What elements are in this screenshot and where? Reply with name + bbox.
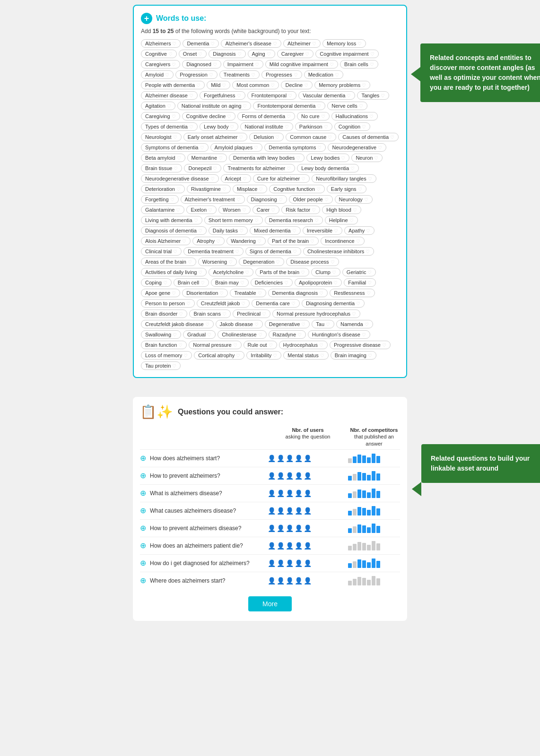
tag[interactable]: Dementia with lewy bodies ♡	[229, 154, 305, 162]
tag[interactable]: Parts of the brain ♡	[255, 268, 309, 276]
tag[interactable]: Dementia care ♡	[252, 299, 300, 308]
tag[interactable]: Razadyne ♡	[269, 330, 306, 339]
tag[interactable]: Lewy body dementia ♡	[297, 164, 359, 172]
tag[interactable]: Misplace ♡	[233, 185, 267, 193]
tag[interactable]: Hallucinations ♡	[331, 112, 378, 120]
tag[interactable]: Incontinence ♡	[321, 237, 364, 245]
tag[interactable]: National institute on aging ♡	[177, 102, 252, 110]
tag[interactable]: Forms of dementia ♡	[237, 112, 295, 120]
tag[interactable]: Aricept ♡	[221, 174, 251, 183]
tag[interactable]: Part of the brain ♡	[268, 237, 319, 245]
tag[interactable]: Cognitive impairment ♡	[315, 50, 378, 58]
tag[interactable]: Loss of memory ♡	[141, 351, 192, 360]
tag[interactable]: Forgetfulness ♡	[200, 91, 245, 100]
tag[interactable]: Restlessness ♡	[330, 289, 375, 297]
tag[interactable]: Brain cell ♡	[174, 278, 209, 287]
tag[interactable]: Amyloid ♡	[141, 70, 174, 79]
tag[interactable]: Alzheimer ♡	[283, 39, 321, 48]
tag[interactable]: Neurodegenerative ♡	[328, 143, 386, 152]
tag[interactable]: Activities of daily living ♡	[141, 268, 207, 276]
tag[interactable]: Neurodegenerative disease ♡	[141, 174, 219, 183]
tag[interactable]: Creutzfeldt jakob ♡	[197, 299, 250, 308]
tag[interactable]: Short term memory ♡	[204, 216, 263, 224]
tag[interactable]: Tangles ♡	[357, 91, 389, 100]
tag[interactable]: People with dementia ♡	[141, 81, 205, 89]
tag[interactable]: Neurologist ♡	[141, 133, 182, 141]
tag[interactable]: No cure ♡	[297, 112, 330, 120]
tag[interactable]: Alzheimer's treatment ♡	[181, 195, 245, 204]
tag[interactable]: Disease process ♡	[286, 258, 339, 266]
tag[interactable]: Mild ♡	[207, 81, 230, 89]
tag[interactable]: Exelon ♡	[186, 206, 217, 214]
tag[interactable]: Medication ♡	[304, 70, 343, 79]
tag[interactable]: Early onset alzheimer ♡	[183, 133, 248, 141]
tag[interactable]: Cognition ♡	[334, 122, 370, 131]
tag[interactable]: Gradual ♡	[183, 330, 216, 339]
tag[interactable]: Areas of the brain ♡	[141, 258, 196, 266]
tag[interactable]: Impairment ♡	[223, 60, 263, 69]
expand-icon[interactable]: ⊕	[140, 558, 146, 567]
tag[interactable]: Caregiver ♡	[277, 50, 314, 58]
tag[interactable]: Mental status ♡	[283, 351, 328, 360]
tag[interactable]: Brain disorder ♡	[141, 309, 187, 318]
tag[interactable]: Brain tissue ♡	[141, 164, 182, 172]
tag[interactable]: Aging ♡	[248, 50, 275, 58]
tag[interactable]: Neurology ♡	[335, 195, 373, 204]
tag[interactable]: Namenda ♡	[336, 320, 373, 328]
tag[interactable]: Worsen ♡	[218, 206, 251, 214]
tag[interactable]: Clump ♡	[311, 268, 340, 276]
tag[interactable]: Cognitive decline ♡	[182, 112, 236, 120]
tag[interactable]: Alzheimer's disease ♡	[221, 39, 281, 48]
tag[interactable]: Onset ♡	[179, 50, 207, 58]
tag[interactable]: Risk factor ♡	[281, 206, 320, 214]
expand-icon[interactable]: ⊕	[140, 489, 146, 498]
tag[interactable]: Preclinical ♡	[233, 309, 270, 318]
tag[interactable]: Cholinesterase inhibitors ♡	[303, 247, 374, 256]
expand-icon[interactable]: ⊕	[140, 541, 146, 550]
tag[interactable]: Caregiving ♡	[141, 112, 180, 120]
tag[interactable]: Forgetting ♡	[141, 195, 179, 204]
tag[interactable]: Decline ♡	[281, 81, 313, 89]
tag[interactable]: Brain cells ♡	[340, 60, 378, 69]
tag[interactable]: Cognitive function ♡	[269, 185, 324, 193]
tag[interactable]: Dementia diagnosis ♡	[268, 289, 328, 297]
tag[interactable]: Disorientation ♡	[182, 289, 228, 297]
tag[interactable]: Diagnosing ♡	[247, 195, 287, 204]
tag[interactable]: Geriatric ♡	[342, 268, 376, 276]
tag[interactable]: Familial ♡	[344, 278, 376, 287]
tag[interactable]: Older people ♡	[289, 195, 333, 204]
tag[interactable]: Rivastigmine ♡	[187, 185, 231, 193]
tag[interactable]: Brain imaging ♡	[331, 351, 376, 360]
tag[interactable]: Brain may ♡	[211, 278, 249, 287]
tag[interactable]: Swallowing ♡	[141, 330, 181, 339]
tag[interactable]: Jakob disease ♡	[216, 320, 263, 328]
tag[interactable]: Types of dementia ♡	[141, 122, 198, 131]
tag[interactable]: Creutzfeldt jakob disease ♡	[141, 320, 214, 328]
tag[interactable]: Cortical atrophy ♡	[194, 351, 244, 360]
tag[interactable]: Signs of dementia ♡	[245, 247, 301, 256]
plus-icon[interactable]: +	[141, 13, 152, 24]
tag[interactable]: Living with dementia ♡	[141, 216, 202, 224]
tag[interactable]: Beta amyloid ♡	[141, 154, 185, 162]
tag[interactable]: Helpline ♡	[325, 216, 358, 224]
tag[interactable]: High blood ♡	[322, 206, 361, 214]
tag[interactable]: Memory problems ♡	[314, 81, 370, 89]
tag[interactable]: Alzheimers ♡	[141, 39, 181, 48]
tag[interactable]: Progression ♡	[175, 70, 218, 79]
tag[interactable]: Person to person ♡	[141, 299, 195, 308]
tag[interactable]: Normal pressure hydrocephalus ♡	[272, 309, 360, 318]
tag[interactable]: Cognitive ♡	[141, 50, 177, 58]
tag[interactable]: Delusion ♡	[249, 133, 284, 141]
more-button[interactable]: More	[248, 596, 292, 611]
tag[interactable]: Frontotemporal ♡	[247, 91, 297, 100]
expand-icon[interactable]: ⊕	[140, 454, 146, 463]
tag[interactable]: Diagnosing dementia ♡	[302, 299, 365, 308]
tag[interactable]: Hydrocephalus ♡	[279, 341, 328, 349]
tag[interactable]: Donepezil ♡	[184, 164, 221, 172]
tag[interactable]: Treatable ♡	[230, 289, 266, 297]
tag[interactable]: Deterioration ♡	[141, 185, 185, 193]
tag[interactable]: Acetylcholine ♡	[209, 268, 253, 276]
tag[interactable]: Tau protein ♡	[141, 361, 181, 370]
tag[interactable]: Lewy bodies ♡	[306, 154, 349, 162]
tag[interactable]: Apoe gene ♡	[141, 289, 180, 297]
